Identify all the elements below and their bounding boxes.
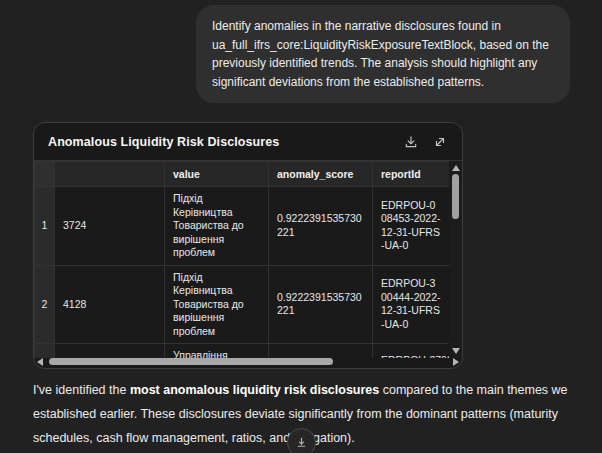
card-title: Anomalous Liquidity Risk Disclosures bbox=[48, 135, 403, 149]
vertical-scrollbar-thumb[interactable] bbox=[452, 174, 459, 219]
assistant-text-bold: most anomalous liquidity risk disclosure… bbox=[130, 383, 379, 397]
table-row[interactable]: 1 3724 Підхід Керівництва Товариства до … bbox=[35, 187, 450, 266]
horizontal-scrollbar-thumb[interactable] bbox=[49, 358, 333, 365]
row-index bbox=[35, 344, 55, 359]
scroll-to-bottom-button[interactable] bbox=[287, 428, 316, 453]
scroll-left-arrow-icon[interactable] bbox=[37, 358, 43, 366]
scroll-down-arrow-icon[interactable] bbox=[452, 348, 460, 354]
column-header-report-id[interactable]: reportId bbox=[373, 162, 450, 187]
column-header-gutter bbox=[35, 162, 55, 187]
cell-anomaly-score: 0.9222391535730221 bbox=[269, 265, 373, 344]
data-table-card: Anomalous Liquidity Risk Disclosures bbox=[33, 122, 463, 369]
assistant-text-prefix: I've identified the bbox=[33, 383, 130, 397]
table-row[interactable]: Управління ризиком 0.9014041400001 EDRPO… bbox=[35, 344, 450, 359]
anomaly-table: value anomaly_score reportId 1 3724 Підх… bbox=[34, 161, 450, 358]
column-header-value[interactable]: value bbox=[165, 162, 269, 187]
column-header-anomaly-score[interactable]: anomaly_score bbox=[269, 162, 373, 187]
cell-value: Підхід Керівництва Товариства до вирішен… bbox=[165, 187, 269, 266]
cell-id bbox=[55, 344, 165, 359]
cell-value: Підхід Керівництва Товариства до вирішен… bbox=[165, 265, 269, 344]
table-viewport: value anomaly_score reportId 1 3724 Підх… bbox=[34, 160, 462, 358]
column-header-id bbox=[55, 162, 165, 187]
scroll-up-arrow-icon[interactable] bbox=[452, 165, 460, 171]
user-message-text: Identify anomalies in the narrative disc… bbox=[212, 19, 549, 89]
cell-anomaly-score: 0.9014041400001 bbox=[269, 344, 373, 359]
table-row[interactable]: 2 4128 Підхід Керівництва Товариства до … bbox=[35, 265, 450, 344]
cell-value: Управління ризиком bbox=[165, 344, 269, 359]
download-icon[interactable] bbox=[403, 134, 419, 150]
cell-report-id: EDRPOU-37027 bbox=[373, 344, 450, 359]
horizontal-scrollbar[interactable] bbox=[34, 357, 462, 366]
arrow-down-to-line-icon bbox=[295, 436, 308, 449]
cell-id: 3724 bbox=[55, 187, 165, 266]
user-message-bubble: Identify anomalies in the narrative disc… bbox=[196, 5, 570, 103]
vertical-scrollbar[interactable] bbox=[449, 161, 462, 358]
expand-icon[interactable] bbox=[432, 134, 448, 150]
cell-report-id: EDRPOU-008453-2022-12-31-UFRS-UA-0 bbox=[373, 187, 450, 266]
card-actions bbox=[403, 134, 448, 150]
cell-anomaly-score: 0.9222391535730221 bbox=[269, 187, 373, 266]
cell-report-id: EDRPOU-300444-2022-12-31-UFRS-UA-0 bbox=[373, 265, 450, 344]
table-header-row: value anomaly_score reportId bbox=[35, 162, 450, 187]
row-index: 1 bbox=[35, 187, 55, 266]
row-index: 2 bbox=[35, 265, 55, 344]
cell-id: 4128 bbox=[55, 265, 165, 344]
card-header: Anomalous Liquidity Risk Disclosures bbox=[34, 123, 462, 160]
scroll-right-arrow-icon[interactable] bbox=[453, 358, 459, 366]
